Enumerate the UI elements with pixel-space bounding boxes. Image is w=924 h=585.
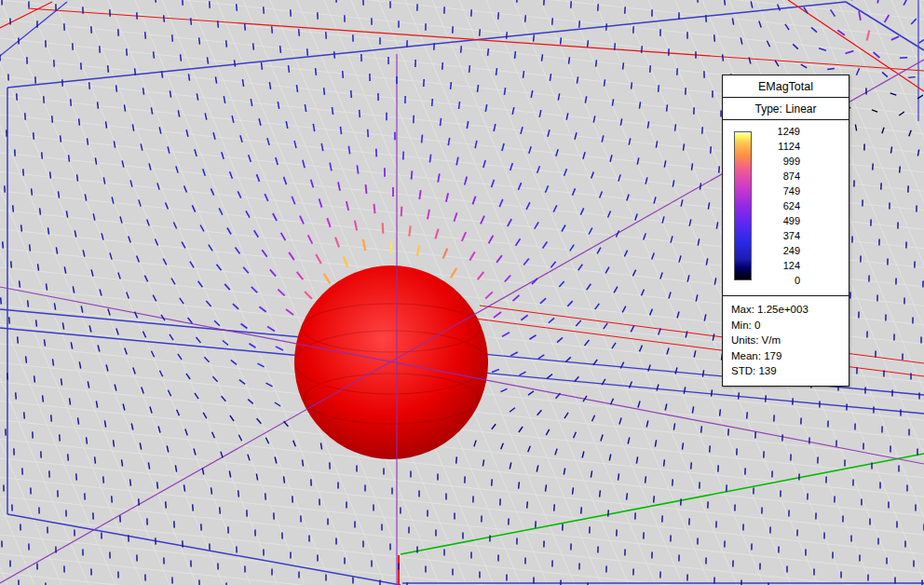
colorbar-tick-label: 0 [759, 276, 800, 286]
colorbar-gradient [734, 131, 752, 280]
legend-stat-line: Units: V/m [731, 333, 843, 348]
colorbar-tick-label: 999 [759, 156, 800, 167]
legend-stat-line: Min: 0 [731, 318, 843, 333]
legend-type-label: Type: Linear [723, 98, 849, 120]
colorbar-tick-label: 249 [759, 246, 800, 256]
legend-panel[interactable]: EMagTotal Type: Linear 12491124999874749… [722, 75, 849, 387]
viewport[interactable]: EMagTotal Type: Linear 12491124999874749… [0, 0, 924, 585]
legend-scale: 124911249998747496244993742491240 [723, 120, 849, 295]
legend-stats: Max: 1.25e+003Min: 0Units: V/mMean: 179S… [723, 295, 849, 386]
legend-stat-line: Mean: 179 [731, 348, 843, 364]
colorbar-tick-label: 374 [759, 231, 800, 241]
colorbar-tick-label: 499 [759, 216, 800, 226]
colorbar-tick-label: 624 [759, 201, 800, 211]
colorbar-tick-label: 124 [759, 261, 800, 271]
colorbar-tick-label: 1249 [759, 127, 800, 137]
colorbar-tick-labels: 124911249998747496244993742491240 [759, 127, 800, 286]
colorbar-tick-label: 1124 [759, 142, 800, 152]
colorbar-tick-label: 874 [759, 171, 800, 182]
legend-stat-line: Max: 1.25e+003 [731, 302, 843, 318]
legend-stat-line: STD: 139 [731, 363, 843, 379]
colorbar-tick-label: 749 [759, 186, 800, 197]
legend-title: EMagTotal [723, 75, 849, 98]
